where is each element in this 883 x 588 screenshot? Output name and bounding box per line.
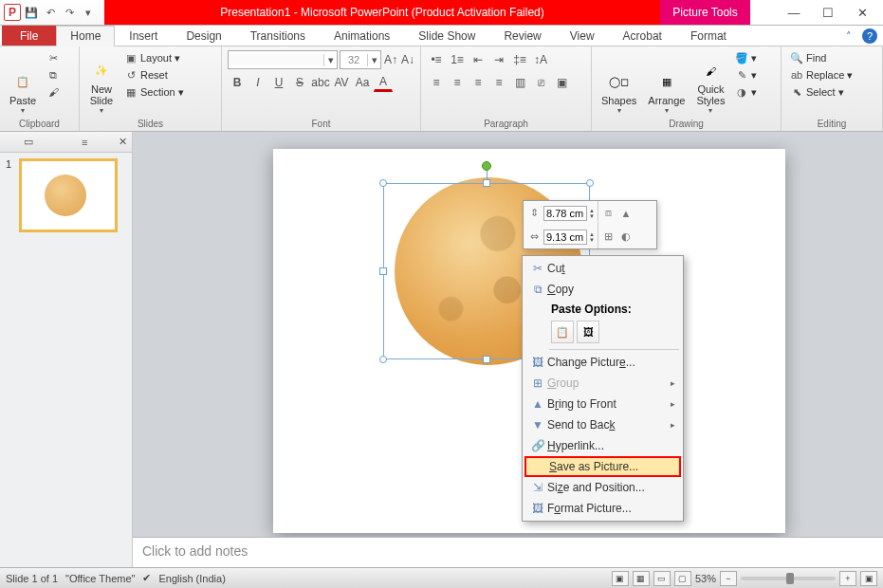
context-copy[interactable]: ⧉Copy [524,279,681,300]
minimize-button[interactable]: — [779,3,809,22]
thumbnail-preview[interactable] [19,158,118,232]
smartart-button[interactable]: ▣ [552,73,571,92]
slides-tab[interactable]: ▭ [0,133,57,151]
slideshow-view-button[interactable]: ▢ [674,571,691,586]
format-painter-button[interactable]: 🖌 [44,84,63,100]
reading-view-button[interactable]: ▭ [653,571,671,586]
change-case-button[interactable]: Aa [353,73,372,92]
font-size-combo[interactable]: ▾ [340,50,381,69]
thumbnail-item[interactable]: 1 [6,158,126,232]
zoom-slider[interactable] [741,577,836,580]
underline-button[interactable]: U [269,73,288,92]
fit-to-window-button[interactable]: ▣ [860,571,877,586]
resize-handle-bl[interactable] [379,356,387,363]
language-indicator[interactable]: English (India) [158,573,225,584]
text-shadow-button[interactable]: abc [311,73,330,92]
find-button[interactable]: 🔍Find [787,50,876,65]
tab-slideshow[interactable]: Slide Show [404,26,489,46]
shapes-button[interactable]: ◯◻Shapes▾ [598,50,640,117]
select-button[interactable]: ⬉Select ▾ [787,84,876,100]
save-icon[interactable]: 💾 [23,4,40,21]
tab-acrobat[interactable]: Acrobat [609,26,676,46]
normal-view-button[interactable]: ▣ [612,571,629,586]
effects-mini-icon[interactable]: ◐ [618,230,634,245]
powerpoint-app-icon[interactable]: P [4,4,21,21]
font-color-button[interactable]: A [374,73,393,92]
arrange-button[interactable]: ▦Arrange▾ [644,50,689,117]
italic-button[interactable]: I [248,73,267,92]
resize-handle-ml[interactable] [379,267,387,275]
align-mini-icon[interactable]: ⊞ [601,230,616,245]
slide-editor[interactable]: ⇕ ▲▼ ⇔ ▲▼ ⧈▲ ⊞◐ ✂Cut ⧉Copy Paste Options… [133,132,883,567]
shape-fill-button[interactable]: 🪣▾ [732,50,760,65]
height-spinner[interactable]: ▲▼ [589,208,595,219]
maximize-button[interactable]: ☐ [813,3,843,22]
bring-forward-mini-icon[interactable]: ▲ [618,206,634,221]
tab-transitions[interactable]: Transitions [236,26,320,46]
resize-handle-tl[interactable] [379,179,387,187]
chevron-down-icon[interactable]: ▾ [367,54,380,66]
undo-icon[interactable]: ↶ [42,4,59,21]
minimize-ribbon-icon[interactable]: ˄ [841,28,856,44]
slide-sorter-view-button[interactable]: ▦ [633,571,650,586]
align-center-button[interactable]: ≡ [448,73,467,92]
context-format-picture[interactable]: 🖼Format Picture... [524,498,681,519]
tab-view[interactable]: View [556,26,609,46]
cut-button[interactable]: ✂ [44,50,63,65]
align-text-button[interactable]: ⎚ [531,73,550,92]
section-button[interactable]: ▦Section ▾ [121,84,187,100]
shape-outline-button[interactable]: ✎▾ [732,67,760,83]
width-spinner[interactable]: ▲▼ [589,231,595,243]
resize-handle-bm[interactable] [483,356,490,363]
tab-format[interactable]: Format [676,26,741,46]
paste-keep-formatting[interactable]: 📋 [551,321,574,343]
grow-font-icon[interactable]: A↑ [383,50,398,69]
context-save-as-picture[interactable]: Save as Picture... [524,456,681,477]
tab-review[interactable]: Review [489,26,555,46]
rotate-handle[interactable] [482,161,491,171]
spellcheck-icon[interactable]: ✔ [142,572,151,584]
font-size-input[interactable] [340,54,367,65]
reset-button[interactable]: ↺Reset [121,67,187,83]
layout-button[interactable]: ▣Layout ▾ [121,50,187,65]
close-panel-icon[interactable]: ✕ [113,136,132,148]
tab-insert[interactable]: Insert [115,26,172,46]
zoom-level[interactable]: 53% [695,573,716,584]
picture-size-mini-toolbar[interactable]: ⇕ ▲▼ ⇔ ▲▼ ⧈▲ ⊞◐ [523,200,657,249]
context-cut[interactable]: ✂Cut [524,258,681,279]
columns-button[interactable]: ▥ [510,73,529,92]
paste-button[interactable]: 📋 Paste ▾ [6,50,40,117]
redo-icon[interactable]: ↷ [61,4,78,21]
paste-picture[interactable]: 🖼 [577,321,599,343]
crop-icon[interactable]: ⧈ [601,206,616,221]
tab-animations[interactable]: Animations [320,26,404,46]
help-icon[interactable]: ? [862,28,877,44]
numbering-button[interactable]: 1≡ [448,50,467,69]
context-bring-to-front[interactable]: ▲Bring to Front▸ [524,394,681,414]
tab-design[interactable]: Design [172,26,235,46]
outline-tab[interactable]: ≡ [57,134,114,151]
shrink-font-icon[interactable]: A↓ [400,50,415,69]
font-family-input[interactable] [229,54,323,65]
text-direction-button[interactable]: ↕A [531,50,550,69]
align-right-button[interactable]: ≡ [469,73,487,92]
width-input[interactable] [543,230,587,245]
quick-styles-button[interactable]: 🖌Quick Styles▾ [692,50,728,117]
character-spacing-button[interactable]: AV [332,73,351,92]
replace-button[interactable]: abReplace ▾ [787,67,876,83]
tab-home[interactable]: Home [56,26,115,46]
qat-more-icon[interactable]: ▾ [80,4,97,21]
chevron-down-icon[interactable]: ▾ [323,54,337,66]
close-window-button[interactable]: ✕ [847,3,877,22]
decrease-indent-button[interactable]: ⇤ [469,50,487,69]
shape-effects-button[interactable]: ◑▾ [732,84,760,100]
resize-handle-tr[interactable] [586,179,594,187]
align-left-button[interactable]: ≡ [427,73,446,92]
resize-handle-tm[interactable] [483,179,490,187]
notes-pane[interactable]: Click to add notes [133,537,883,567]
context-send-to-back[interactable]: ▼Send to Back▸ [524,414,681,435]
height-input[interactable] [543,206,587,221]
copy-button[interactable]: ⧉ [44,67,63,83]
context-change-picture[interactable]: 🖼Change Picture... [524,352,681,373]
bullets-button[interactable]: •≡ [427,50,446,69]
